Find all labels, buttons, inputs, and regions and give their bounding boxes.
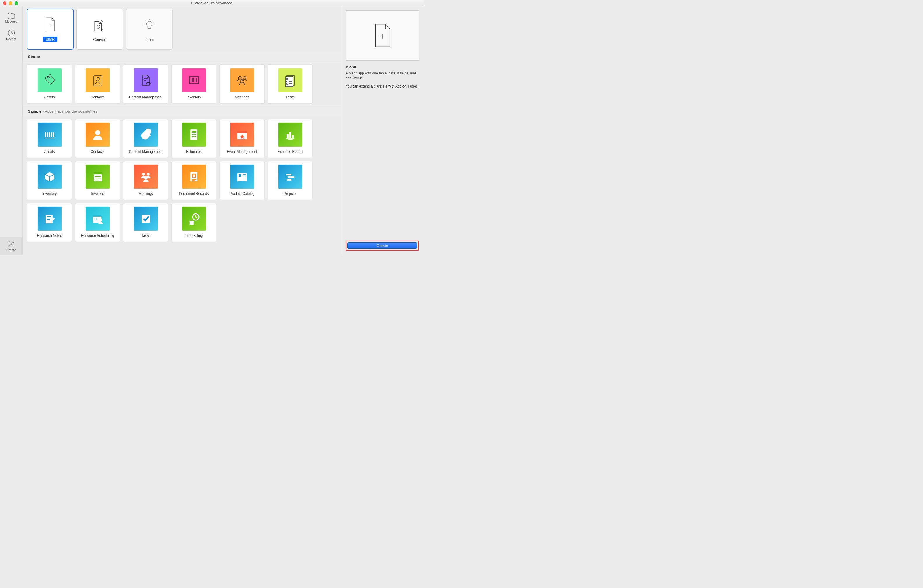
sample-invoices[interactable]: Invoices bbox=[75, 161, 120, 200]
starter-meetings[interactable]: Meetings bbox=[219, 64, 264, 103]
svg-point-29 bbox=[195, 136, 196, 137]
create-button[interactable]: Create bbox=[347, 242, 417, 249]
svg-rect-58 bbox=[47, 218, 51, 218]
svg-point-47 bbox=[193, 174, 195, 176]
card-label: Tasks bbox=[286, 95, 295, 99]
svg-point-25 bbox=[194, 134, 195, 135]
svg-rect-38 bbox=[94, 172, 102, 174]
sample-event-management[interactable]: Event Management bbox=[219, 119, 264, 158]
checklist-icon bbox=[278, 68, 302, 92]
svg-rect-52 bbox=[243, 176, 246, 176]
titlebar: FileMaker Pro Advanced bbox=[0, 0, 424, 7]
id-card-icon bbox=[86, 68, 110, 92]
preview-thumbnail bbox=[346, 10, 419, 61]
svg-rect-20 bbox=[45, 138, 54, 138]
svg-rect-61 bbox=[93, 215, 101, 217]
sample-assets[interactable]: Assets bbox=[27, 119, 72, 158]
svg-rect-40 bbox=[95, 178, 101, 179]
invoice-icon bbox=[86, 165, 110, 189]
sample-personnel-records[interactable]: Personnel Records bbox=[171, 161, 217, 200]
clock-coins-icon bbox=[182, 207, 206, 231]
starter-tasks[interactable]: Tasks bbox=[268, 64, 313, 103]
svg-rect-55 bbox=[287, 179, 291, 181]
svg-rect-56 bbox=[46, 215, 53, 223]
card-label: Meetings bbox=[139, 192, 153, 196]
sidebar-item-myapps[interactable]: My Apps bbox=[0, 9, 23, 26]
starter-inventory[interactable]: Inventory bbox=[171, 64, 217, 103]
svg-point-21 bbox=[95, 130, 100, 135]
svg-rect-49 bbox=[192, 180, 195, 181]
card-label: Content Management bbox=[129, 149, 163, 154]
sample-estimates[interactable]: Estimates bbox=[171, 119, 217, 158]
card-label: Assets bbox=[44, 149, 54, 154]
section-title: Sample bbox=[28, 109, 41, 113]
sidebar-item-create[interactable]: Create bbox=[0, 237, 23, 255]
section-header-sample: Sample - Apps that show the possibilitie… bbox=[23, 107, 341, 115]
sidebar-item-label: My Apps bbox=[5, 20, 17, 23]
svg-rect-6 bbox=[189, 77, 199, 84]
card-label: Contacts bbox=[91, 149, 104, 154]
sample-tasks[interactable]: Tasks bbox=[123, 203, 168, 242]
starter-content-management[interactable]: Content Management bbox=[123, 64, 168, 103]
paperclip-icon bbox=[134, 123, 158, 147]
sample-resource-scheduling[interactable]: Resource Scheduling bbox=[75, 203, 120, 242]
svg-rect-33 bbox=[289, 132, 291, 138]
svg-point-44 bbox=[144, 176, 148, 180]
calendar-person-icon bbox=[86, 207, 110, 231]
sidebar-item-recent[interactable]: Recent bbox=[0, 26, 23, 44]
person-icon bbox=[86, 123, 110, 147]
card-label: Meetings bbox=[235, 95, 249, 99]
window-title: FileMaker Pro Advanced bbox=[0, 1, 424, 5]
card-label: Tasks bbox=[141, 233, 150, 238]
svg-point-65 bbox=[96, 220, 97, 220]
svg-rect-57 bbox=[47, 217, 51, 217]
svg-point-43 bbox=[147, 172, 149, 176]
svg-rect-15 bbox=[45, 132, 46, 137]
svg-rect-35 bbox=[286, 138, 294, 139]
sample-inventory[interactable]: Inventory bbox=[27, 161, 72, 200]
id-badge-icon bbox=[182, 165, 206, 189]
card-label: Invoices bbox=[91, 192, 104, 196]
blank-file-icon bbox=[42, 16, 58, 33]
gantt-icon bbox=[278, 165, 302, 189]
section-title: Starter bbox=[28, 54, 40, 59]
tab-convert[interactable]: Convert bbox=[76, 9, 123, 49]
svg-rect-51 bbox=[243, 174, 246, 175]
tag-icon bbox=[38, 68, 62, 92]
svg-rect-39 bbox=[95, 176, 101, 177]
starter-contacts[interactable]: Contacts bbox=[75, 64, 120, 103]
svg-rect-48 bbox=[192, 179, 196, 180]
checkmark-box-icon bbox=[134, 207, 158, 231]
sample-research-notes[interactable]: Research Notes bbox=[27, 203, 72, 242]
people-icon bbox=[134, 165, 158, 189]
tab-blank[interactable]: Blank bbox=[27, 9, 74, 49]
tab-learn[interactable]: Learn bbox=[126, 9, 173, 49]
svg-point-42 bbox=[142, 172, 145, 176]
card-label: Content Management bbox=[129, 95, 163, 99]
svg-rect-41 bbox=[95, 180, 98, 180]
card-label: Personnel Records bbox=[179, 192, 209, 196]
sample-time-billing[interactable]: Time Billing bbox=[171, 203, 217, 242]
svg-rect-23 bbox=[192, 131, 196, 133]
card-label: Assets bbox=[44, 95, 54, 99]
svg-point-66 bbox=[99, 218, 102, 222]
sample-product-catalog[interactable]: Product Catalog bbox=[219, 161, 264, 200]
card-label: Research Notes bbox=[37, 233, 62, 238]
svg-rect-53 bbox=[286, 174, 291, 175]
svg-rect-18 bbox=[51, 132, 52, 137]
sample-content-management[interactable]: Content Management bbox=[123, 119, 168, 158]
tab-label: Learn bbox=[145, 37, 154, 42]
sample-projects[interactable]: Projects bbox=[268, 161, 313, 200]
svg-point-26 bbox=[195, 134, 196, 135]
svg-rect-54 bbox=[288, 176, 294, 178]
card-label: Inventory bbox=[187, 95, 201, 99]
svg-rect-50 bbox=[239, 174, 241, 177]
starter-assets[interactable]: Assets bbox=[27, 64, 72, 103]
sample-contacts[interactable]: Contacts bbox=[75, 119, 120, 158]
card-label: Contacts bbox=[91, 95, 104, 99]
sample-expense-report[interactable]: Expense Report bbox=[268, 119, 313, 158]
lightbulb-icon bbox=[141, 17, 158, 33]
svg-rect-31 bbox=[238, 131, 247, 133]
card-label: Resource Scheduling bbox=[81, 233, 114, 238]
sample-meetings[interactable]: Meetings bbox=[123, 161, 168, 200]
